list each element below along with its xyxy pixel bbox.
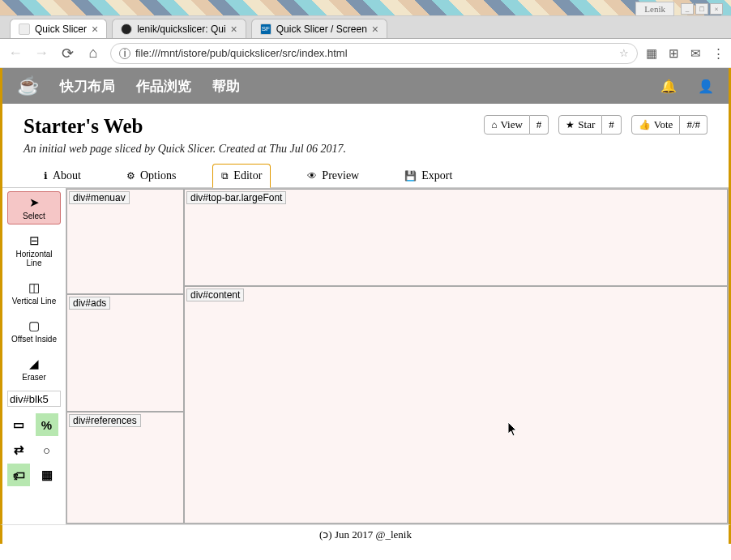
star-icon: ★ (566, 119, 575, 131)
page-favicon-icon (19, 24, 30, 35)
site-info-icon[interactable]: i (119, 48, 130, 59)
view-button-group: ⌂View # (484, 115, 549, 135)
gear-icon: ⚙ (126, 170, 135, 182)
browser-tab-github[interactable]: lenik/quickslicer: Qui × (112, 19, 246, 38)
tab-options-label: Options (140, 169, 176, 182)
toolbox: ➤ Select ⊟ Horizontal Line ◫ Vertical Li… (2, 188, 66, 524)
tool-tag[interactable]: 🏷 (7, 464, 30, 486)
star-button[interactable]: ★Star (558, 115, 602, 135)
selected-block-label-input[interactable] (7, 391, 61, 407)
editor-area: ➤ Select ⊟ Horizontal Line ◫ Vertical Li… (2, 188, 729, 524)
tool-grid[interactable]: ▦ (36, 464, 58, 486)
tab-editor-label: Editor (233, 169, 262, 182)
tool-select[interactable]: ➤ Select (7, 191, 61, 224)
view-label: View (500, 118, 522, 131)
tab-close-icon[interactable]: × (231, 23, 237, 36)
block-topbar[interactable]: div#top-bar.largeFont (184, 189, 728, 286)
block-label: div#top-bar.largeFont (186, 191, 286, 204)
offset-icon: ▢ (28, 318, 40, 333)
menu-gallery[interactable]: 作品浏览 (136, 77, 191, 96)
page-head: Starter's Web An initial web page sliced… (2, 104, 729, 164)
tool-hline-label: Horizontal Line (10, 250, 58, 267)
block-label: div#content (186, 289, 244, 301)
tab-about[interactable]: ℹAbout (35, 164, 90, 187)
block-ads[interactable]: div#ads (66, 294, 184, 412)
vote-button[interactable]: 👍Vote (631, 115, 681, 135)
tool-eraser-label: Eraser (22, 373, 45, 382)
mail-icon[interactable]: ✉ (690, 46, 701, 61)
view-count[interactable]: # (530, 115, 549, 135)
swap-icon: ⇄ (14, 442, 24, 457)
nav-reload-icon[interactable]: ⟳ (58, 45, 76, 62)
eraser-icon: ◢ (29, 357, 39, 371)
qr-icon[interactable]: ▦ (646, 46, 657, 61)
github-favicon-icon (121, 24, 132, 35)
vote-count[interactable]: #/# (680, 115, 707, 135)
canvas[interactable]: div#menuav div#top-bar.largeFont div#ads… (66, 188, 729, 524)
tab-preview[interactable]: 👁Preview (298, 164, 368, 187)
tool-vertical-line[interactable]: ◫ Vertical Line (7, 276, 61, 310)
tab-close-icon[interactable]: × (372, 23, 378, 36)
px-icon: ▭ (13, 417, 24, 432)
main-tabs: ℹAbout ⚙Options ⧉Editor 👁Preview 💾Export (2, 164, 729, 188)
tab-title: Quick Slicer / Screen (276, 24, 367, 35)
crop-icon: ⧉ (221, 170, 229, 182)
vote-button-group: 👍Vote #/# (631, 115, 707, 135)
window-decoration: Lenik _ □ × (0, 0, 731, 16)
block-references[interactable]: div#references (66, 412, 184, 524)
url-text: file:///mnt/istore/pub/quickslicer/src/i… (135, 47, 348, 59)
browser-url-bar: ← → ⟳ ⌂ i file:///mnt/istore/pub/quicksl… (0, 39, 731, 68)
nav-home-icon[interactable]: ⌂ (84, 45, 102, 62)
page-actions: ⌂View # ★Star # 👍Vote #/# (484, 115, 707, 135)
tool-offset-inside[interactable]: ▢ Offset Inside (7, 314, 61, 348)
translate-icon[interactable]: ⊞ (669, 46, 679, 61)
hline-icon: ⊟ (29, 233, 40, 248)
page-title: Starter's Web (24, 115, 346, 138)
tab-preview-label: Preview (322, 169, 359, 182)
tool-select-label: Select (23, 212, 45, 220)
browser-tab-active[interactable]: Quick Slicer × (10, 19, 107, 38)
tool-vline-label: Vertical Line (12, 297, 56, 306)
footer: (ɔ) Jun 2017 @_lenik (0, 524, 731, 544)
tab-export-label: Export (421, 169, 452, 182)
tool-unit-px[interactable]: ▭ (7, 413, 30, 436)
tool-horizontal-line[interactable]: ⊟ Horizontal Line (7, 229, 61, 271)
vote-label: Vote (654, 118, 673, 131)
view-button[interactable]: ⌂View (484, 115, 530, 135)
cursor-icon: ➤ (29, 195, 40, 210)
menu-layout[interactable]: 快刀布局 (60, 77, 115, 96)
url-input[interactable]: i file:///mnt/istore/pub/quickslicer/src… (110, 43, 638, 64)
block-content[interactable]: div#content (184, 286, 728, 524)
nav-back-icon[interactable]: ← (6, 45, 24, 62)
browser-menu-icon[interactable]: ⋮ (712, 46, 725, 61)
tool-circle[interactable]: ○ (36, 438, 58, 461)
tab-title: lenik/quickslicer: Qui (137, 24, 225, 35)
window-maximize[interactable]: □ (695, 3, 708, 15)
save-icon: 💾 (404, 170, 417, 182)
tab-close-icon[interactable]: × (92, 23, 98, 36)
tab-export[interactable]: 💾Export (395, 164, 461, 187)
tab-editor[interactable]: ⧉Editor (212, 164, 271, 188)
browser-tab-strip: Quick Slicer × lenik/quickslicer: Qui × … (0, 16, 731, 39)
window-close[interactable]: × (710, 3, 723, 15)
tab-title: Quick Slicer (35, 24, 87, 35)
bookmark-star-icon[interactable]: ☆ (619, 47, 629, 59)
tab-options[interactable]: ⚙Options (118, 164, 185, 187)
block-menuav[interactable]: div#menuav (66, 189, 184, 294)
user-icon[interactable]: 👤 (698, 79, 714, 94)
tool-unit-percent[interactable]: % (36, 413, 58, 436)
window-user-label: Lenik (635, 2, 674, 16)
bell-icon[interactable]: 🔔 (660, 79, 677, 94)
thumbs-up-icon: 👍 (639, 119, 651, 131)
nav-forward-icon[interactable]: → (32, 45, 50, 62)
window-minimize[interactable]: _ (681, 3, 694, 15)
tool-swap[interactable]: ⇄ (7, 438, 30, 461)
menu-help[interactable]: 帮助 (212, 77, 240, 96)
browser-tab-sf[interactable]: SF Quick Slicer / Screen × (251, 19, 387, 38)
tool-eraser[interactable]: ◢ Eraser (7, 353, 61, 386)
page-subtitle: An initial web page sliced by Quick Slic… (24, 143, 346, 156)
sf-favicon-icon: SF (260, 24, 271, 35)
app-logo-icon[interactable]: ☕ (17, 75, 39, 96)
tag-icon: 🏷 (13, 468, 25, 482)
star-count[interactable]: # (602, 115, 622, 135)
